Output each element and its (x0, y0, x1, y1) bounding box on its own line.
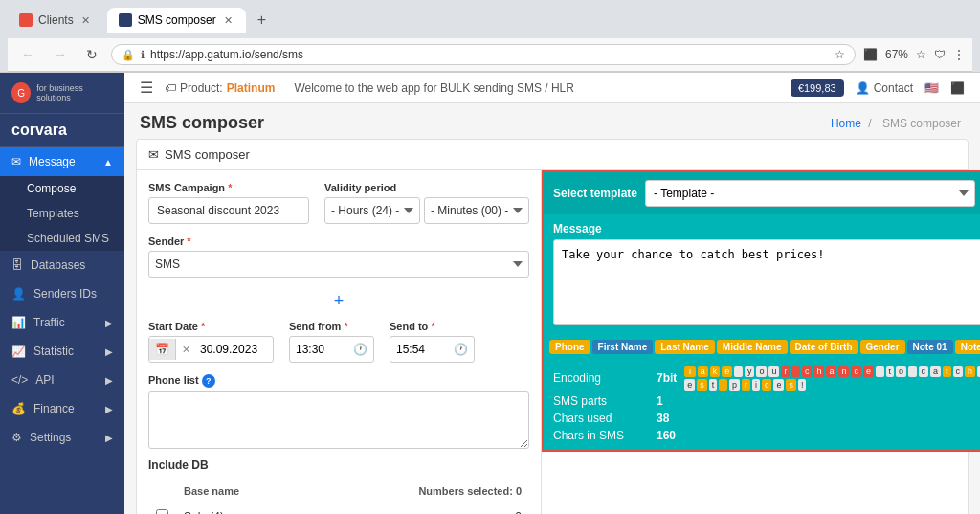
char-tag-23: c (953, 366, 964, 377)
sms-favicon (119, 13, 132, 27)
sidebar-item-api[interactable]: </> API ▶ (0, 366, 124, 394)
char-tag-16 (876, 366, 884, 377)
clients-favicon (19, 13, 33, 27)
send-from-input[interactable] (290, 339, 347, 360)
send-to-group: Send to * 🕐 (390, 321, 475, 363)
product-name: Platinum (227, 81, 276, 95)
campaign-input[interactable] (148, 197, 309, 224)
contact-button[interactable]: 👤 Contact (856, 81, 913, 95)
encoding-label: Encoding (553, 371, 649, 385)
compose-label: Compose (27, 182, 76, 195)
char-tag-12: a (826, 366, 836, 377)
star-icon[interactable]: ☆ (916, 48, 926, 61)
scheduled-label: Scheduled SMS (27, 232, 109, 245)
statistic-chevron: ▶ (105, 346, 113, 357)
sms-parts-row: SMS parts 1 (553, 392, 980, 410)
new-tab-button[interactable]: + (250, 8, 274, 33)
sidebar-item-databases[interactable]: 🗄 Databases (0, 251, 124, 279)
field-tag-7[interactable]: Note 02 (955, 340, 980, 354)
send-to-input[interactable] (390, 339, 448, 360)
char-tag-24: h (965, 366, 975, 377)
envelope-icon: ✉ (148, 147, 159, 162)
sidebar-message-label: Message (29, 155, 76, 168)
hours-select[interactable]: - Hours (24) - (324, 197, 420, 224)
date-clear-btn[interactable]: ✕ (176, 340, 196, 360)
include-db-section: Include DB Base name Numbers selected: 0 (148, 458, 529, 514)
composer-card-header: ✉ SMS composer (137, 140, 968, 170)
tab-clients[interactable]: Clients ✕ (8, 8, 103, 33)
char-tag-27: e (684, 379, 695, 391)
sidebar-item-compose[interactable]: Compose (0, 176, 124, 201)
hamburger-button[interactable]: ☰ (140, 78, 153, 97)
field-tag-5[interactable]: Gender (860, 340, 905, 354)
char-tag-0: T (684, 366, 696, 377)
calendar-icon[interactable]: 📅 (149, 339, 176, 360)
address-bar[interactable]: 🔒 ℹ https://app.gatum.io/send/sms ☆ (111, 44, 856, 65)
chars-in-sms-label: Chars in SMS (553, 429, 649, 442)
field-tag-1[interactable]: First Name (592, 340, 654, 354)
phone-list-textarea[interactable] (148, 391, 529, 449)
zoom-level: 67% (885, 48, 908, 61)
tab-clients-close[interactable]: ✕ (79, 14, 92, 27)
reload-button[interactable]: ↻ (80, 45, 103, 64)
add-button[interactable]: + (326, 289, 352, 313)
send-to-wrap: 🕐 (390, 336, 475, 363)
char-tag-22: t (943, 366, 951, 377)
field-tag-0[interactable]: Phone (549, 340, 590, 354)
db-checkbox[interactable] (156, 509, 168, 514)
template-label: Select template (553, 187, 637, 200)
sidebar-item-scheduled[interactable]: Scheduled SMS (0, 226, 124, 251)
campaign-label: SMS Campaign * (148, 182, 309, 193)
form-row-dates: Start Date * 📅 ✕ (148, 321, 529, 363)
sidebar-item-senders[interactable]: 👤 Senders IDs (0, 279, 124, 308)
finance-icon: 💰 (11, 402, 26, 415)
field-tag-2[interactable]: Last Name (655, 340, 715, 354)
form-row-sender: Sender * SMS (148, 235, 529, 278)
start-date-input[interactable] (196, 339, 273, 360)
sidebar-item-templates[interactable]: Templates (0, 201, 124, 226)
sidebar-item-traffic[interactable]: 📊 Traffic ▶ (0, 308, 124, 337)
char-tag-9 (791, 366, 800, 377)
char-tags-display: Take your chance to catch best prices! (684, 366, 980, 391)
sidebar-item-settings[interactable]: ⚙ Settings ▶ (0, 423, 124, 452)
db-col-count: Numbers selected: 0 (308, 480, 529, 503)
char-tag-20: c (919, 366, 929, 377)
settings-icon: ⚙ (11, 431, 22, 444)
tab-sms-close[interactable]: ✕ (222, 14, 234, 27)
sidebar-item-finance[interactable]: 💰 Finance ▶ (0, 394, 124, 423)
minutes-select[interactable]: - Minutes (00) - (424, 197, 529, 224)
tab-sms-composer[interactable]: SMS composer ✕ (107, 8, 246, 33)
sender-select[interactable]: SMS (148, 251, 529, 278)
char-tag-32: r (742, 379, 750, 391)
template-select[interactable]: - Template - (645, 180, 975, 207)
char-tag-33: i (752, 379, 760, 391)
field-tag-4[interactable]: Date of Birth (790, 340, 858, 354)
right-panel: Select template - Template - + (541, 170, 980, 514)
char-tag-36: s (786, 379, 796, 391)
logo-letter: G (17, 88, 25, 99)
back-button[interactable]: ← (15, 45, 40, 64)
field-tag-3[interactable]: Middle Name (717, 340, 788, 354)
message-textarea[interactable]: Take your chance to catch best prices! (553, 239, 980, 325)
field-tag-6[interactable]: Note 01 (907, 340, 953, 354)
lang-flag[interactable]: 🇺🇸 (924, 81, 939, 95)
top-header: ☰ 🏷 Product: Platinum Welcome to the web… (124, 73, 980, 103)
phone-list-label: Phone list ? (148, 374, 529, 388)
info-icon: ℹ (141, 49, 145, 61)
balance-badge: €199,83 (791, 79, 844, 97)
sidebar-item-message[interactable]: ✉ Message ▲ (0, 147, 124, 176)
breadcrumb-home[interactable]: Home (831, 117, 861, 130)
char-tag-1: a (698, 366, 708, 377)
sidebar-item-statistic[interactable]: 📈 Statistic ▶ (0, 337, 124, 366)
settings-chevron: ▶ (105, 433, 113, 443)
logout-icon[interactable]: ⬛ (950, 81, 965, 95)
sidebar-menu: ✉ Message ▲ Compose Templates Scheduled … (0, 147, 124, 514)
forward-button[interactable]: → (48, 45, 73, 64)
bookmark-icon[interactable]: ☆ (835, 48, 845, 61)
menu-icon[interactable]: ⋮ (953, 48, 965, 61)
chars-used-label: Chars used (553, 412, 649, 425)
start-date-wrap: 📅 ✕ (148, 336, 274, 363)
add-row: + (148, 289, 529, 313)
phone-list-group: Phone list ? (148, 374, 529, 449)
sms-parts-value: 1 (657, 394, 663, 408)
